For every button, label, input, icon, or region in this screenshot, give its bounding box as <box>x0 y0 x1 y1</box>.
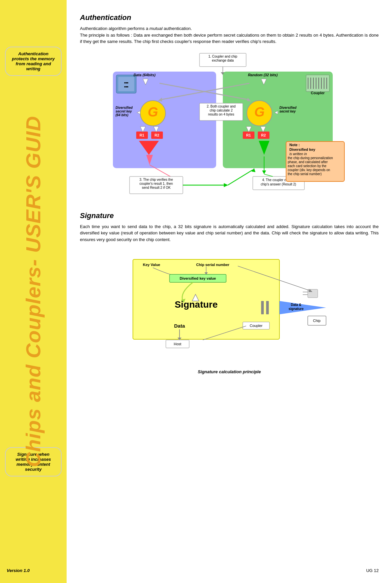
svg-text:■■■: ■■■ <box>124 82 128 84</box>
svg-text:the chip serial number): the chip serial number) <box>288 172 322 176</box>
svg-text:(64 bits): (64 bits) <box>116 113 129 117</box>
svg-text:Diversified: Diversified <box>279 106 297 110</box>
main-content: Authentication Authentication algorithm … <box>67 0 392 583</box>
sig-diagram: Key Value Chip serial number Diversified… <box>80 249 379 363</box>
svg-text:R2: R2 <box>261 133 265 137</box>
svg-text:Diversified key: Diversified key <box>289 147 316 151</box>
svg-rect-11 <box>306 75 329 92</box>
svg-text:the chip during personalizatio: the chip during personalization <box>288 156 333 160</box>
auth-body-em: mutual <box>150 26 163 31</box>
svg-text:R2: R2 <box>154 133 159 137</box>
svg-text:signature: signature <box>288 307 303 311</box>
svg-text:Data (64bits): Data (64bits) <box>133 73 155 77</box>
svg-text:Key Value: Key Value <box>143 263 160 267</box>
svg-text:G: G <box>148 105 158 119</box>
auth-body-main: The principle is as follows : Data are e… <box>80 33 379 44</box>
sig-caption: Signature calculation principle <box>80 369 379 374</box>
svg-text:Coupler: Coupler <box>311 91 325 95</box>
svg-text:exchange data: exchange data <box>212 59 234 62</box>
svg-text:Data: Data <box>174 323 185 329</box>
svg-line-73 <box>264 174 273 176</box>
svg-text:Random (32 bits): Random (32 bits) <box>248 73 278 77</box>
sidebar-version: Version 1.0 <box>7 568 30 573</box>
svg-text:R1: R1 <box>246 133 250 137</box>
svg-text:secret key: secret key <box>279 110 296 113</box>
svg-text:coupler's result 1, then: coupler's result 1, then <box>139 182 173 185</box>
sig-title: Signature <box>80 211 379 220</box>
sig-diagram-svg: Key Value Chip serial number Diversified… <box>130 249 329 363</box>
svg-text:Coupler: Coupler <box>249 324 262 328</box>
svg-text:send Result 2 if OK: send Result 2 if OK <box>142 186 170 189</box>
svg-marker-65 <box>224 183 228 187</box>
sidebar-rotated-label: Chips and Couplers- USER'S GUID <box>22 116 45 467</box>
svg-marker-72 <box>262 170 266 174</box>
svg-text:G: G <box>254 105 264 119</box>
sidebar-rotated-wrapper: Chips and Couplers- USER'S GUID <box>0 0 67 583</box>
auth-diagram-svg: 1. Coupler and chip exchange data ■■■ ■■… <box>110 52 349 201</box>
svg-text:2. Both coupler and: 2. Both coupler and <box>206 105 235 108</box>
svg-rect-111 <box>261 301 264 314</box>
svg-text:R1: R1 <box>139 133 144 137</box>
sidebar: Authentication protects the memory from … <box>0 0 67 583</box>
svg-text:1. Coupler and chip: 1. Coupler and chip <box>208 55 237 58</box>
svg-text:chip's answer (Result 2): chip's answer (Result 2) <box>260 182 296 186</box>
svg-rect-8 <box>118 77 134 91</box>
svg-text:Host: Host <box>174 342 181 346</box>
svg-text:chip calculate 2: chip calculate 2 <box>209 109 232 112</box>
sidebar-note-top: Authentication protects the memory from … <box>5 47 62 76</box>
svg-text:is written in: is written in <box>289 152 307 156</box>
sidebar-note-bottom: Signature when writing increases memory … <box>5 447 62 476</box>
auth-body-pre: Authentication algorithm performs a <box>80 26 150 31</box>
svg-text:Diversified: Diversified <box>116 106 133 110</box>
svg-text:3. The chip verifies the: 3. The chip verifies the <box>139 178 173 181</box>
sig-body: Each time you want to send data to the c… <box>80 223 379 243</box>
svg-rect-112 <box>266 301 269 314</box>
svg-text:phase, and calculated after: phase, and calculated after <box>288 160 328 164</box>
svg-text:Diversified key value: Diversified key value <box>180 276 216 280</box>
svg-text:results on 4 bytes: results on 4 bytes <box>208 113 234 116</box>
svg-line-66 <box>228 170 253 185</box>
svg-text:Data &: Data & <box>291 303 301 307</box>
auth-body: Authentication algorithm performs a mutu… <box>80 25 379 45</box>
auth-title: Authentication <box>80 13 379 22</box>
svg-text:Chip serial number: Chip serial number <box>196 263 229 267</box>
svg-text:Note :: Note : <box>289 143 300 147</box>
svg-text:Chip: Chip <box>313 319 320 323</box>
svg-text:coupler (div. key depends on: coupler (div. key depends on <box>288 168 330 172</box>
svg-text:each card selection by the: each card selection by the <box>288 164 327 168</box>
svg-text:■■■: ■■■ <box>124 86 128 88</box>
auth-body-post: authentication. <box>163 26 192 31</box>
auth-diagram: 1. Coupler and chip exchange data ■■■ ■■… <box>80 52 379 201</box>
svg-text:secret key: secret key <box>116 110 132 113</box>
page-number: UG 12 <box>366 568 379 573</box>
